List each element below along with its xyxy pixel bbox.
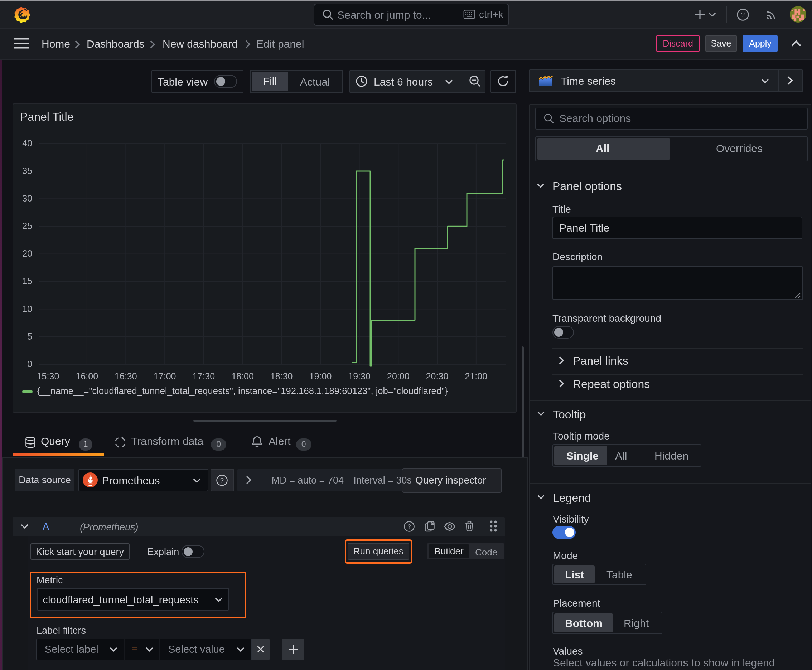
- svg-text:?: ?: [220, 477, 224, 484]
- svg-text:?: ?: [741, 11, 745, 19]
- svg-text:?: ?: [407, 523, 411, 530]
